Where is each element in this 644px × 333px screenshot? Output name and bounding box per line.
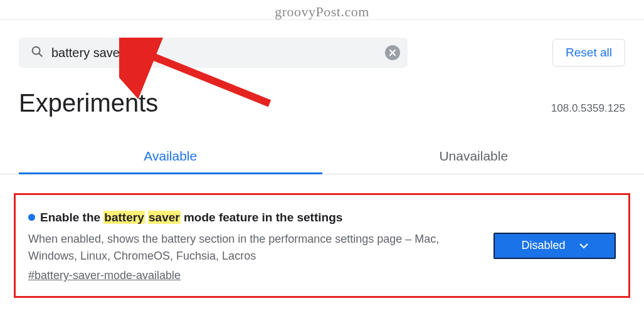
version-text: 108.0.5359.125 bbox=[551, 102, 625, 115]
chevron-down-icon bbox=[579, 243, 588, 249]
flag-card: Enable the battery saver mode feature in… bbox=[14, 193, 630, 298]
tab-unavailable[interactable]: Unavailable bbox=[322, 139, 626, 174]
header-row: Reset all bbox=[0, 20, 644, 68]
flag-title-highlight: battery bbox=[103, 211, 144, 224]
search-icon bbox=[30, 45, 44, 61]
search-input[interactable] bbox=[51, 46, 385, 60]
page-title: Experiments bbox=[19, 89, 158, 117]
watermark-text: groovyPost.com bbox=[275, 4, 369, 20]
search-box[interactable] bbox=[19, 38, 408, 68]
title-row: Experiments 108.0.5359.125 bbox=[0, 68, 644, 117]
flag-id-link[interactable]: #battery-saver-mode-available bbox=[28, 269, 181, 282]
svg-line-1 bbox=[39, 53, 42, 56]
clear-search-button[interactable] bbox=[385, 45, 400, 60]
dropdown-value: Disabled bbox=[521, 239, 565, 252]
reset-all-button[interactable]: Reset all bbox=[552, 39, 625, 66]
flag-description: When enabled, shows the battery section … bbox=[28, 231, 455, 266]
flag-text: Enable the battery saver mode feature in… bbox=[28, 209, 481, 282]
flag-state-dropdown[interactable]: Disabled bbox=[494, 233, 616, 259]
close-icon bbox=[389, 49, 396, 56]
flag-title-highlight: saver bbox=[148, 211, 181, 224]
flag-title-post: mode feature in the settings bbox=[181, 211, 343, 224]
flag-title: Enable the battery saver mode feature in… bbox=[28, 209, 481, 227]
tab-available[interactable]: Available bbox=[19, 139, 322, 174]
tabs: Available Unavailable bbox=[0, 139, 644, 174]
flag-title-pre: Enable the bbox=[40, 211, 103, 224]
svg-point-0 bbox=[33, 47, 40, 55]
modified-dot-icon bbox=[28, 214, 35, 221]
